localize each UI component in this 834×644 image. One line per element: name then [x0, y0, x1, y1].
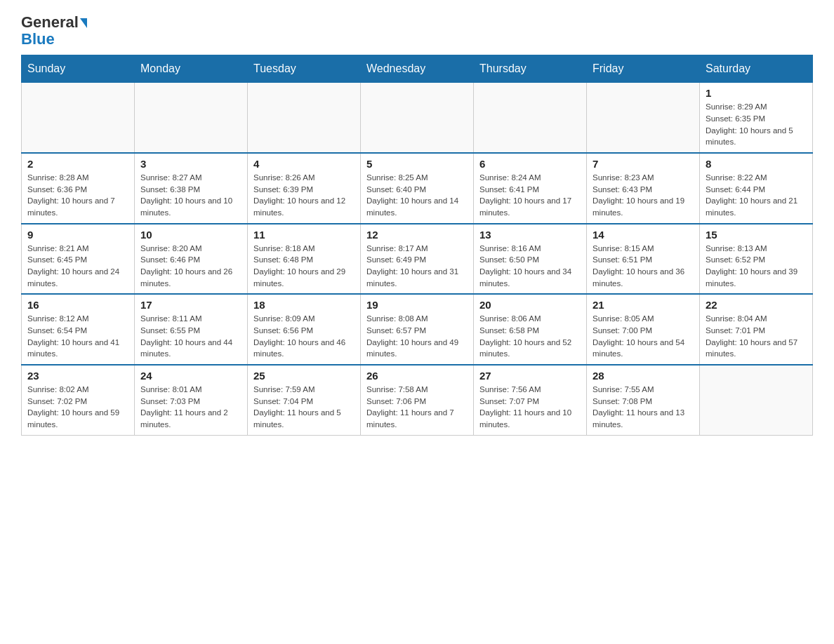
- calendar-cell: [474, 83, 587, 153]
- day-number: 7: [593, 158, 694, 170]
- day-number: 20: [479, 299, 581, 311]
- day-info: Sunrise: 7:59 AM Sunset: 7:04 PM Dayligh…: [253, 384, 355, 431]
- day-info: Sunrise: 8:12 AM Sunset: 6:54 PM Dayligh…: [27, 313, 128, 360]
- day-number: 26: [366, 370, 468, 382]
- day-number: 28: [593, 370, 694, 382]
- weekday-header-thursday: Thursday: [474, 55, 587, 83]
- calendar-cell: [22, 83, 135, 153]
- weekday-header-friday: Friday: [587, 55, 700, 83]
- day-number: 15: [706, 229, 807, 241]
- calendar-cell: 10Sunrise: 8:20 AM Sunset: 6:46 PM Dayli…: [135, 224, 248, 295]
- calendar-cell: 5Sunrise: 8:25 AM Sunset: 6:40 PM Daylig…: [361, 153, 474, 224]
- day-info: Sunrise: 7:58 AM Sunset: 7:06 PM Dayligh…: [366, 384, 468, 431]
- logo-area: GeneralBlue: [21, 14, 87, 48]
- calendar-cell: [361, 83, 474, 153]
- calendar-cell: 25Sunrise: 7:59 AM Sunset: 7:04 PM Dayli…: [248, 365, 361, 435]
- header: GeneralBlue: [21, 14, 813, 48]
- calendar-cell: 21Sunrise: 8:05 AM Sunset: 7:00 PM Dayli…: [587, 294, 700, 365]
- calendar-cell: 17Sunrise: 8:11 AM Sunset: 6:55 PM Dayli…: [135, 294, 248, 365]
- day-number: 4: [253, 158, 355, 170]
- day-info: Sunrise: 8:24 AM Sunset: 6:41 PM Dayligh…: [479, 172, 581, 219]
- weekday-header-sunday: Sunday: [22, 55, 135, 83]
- calendar-cell: 9Sunrise: 8:21 AM Sunset: 6:45 PM Daylig…: [22, 224, 135, 295]
- weekday-header-row: SundayMondayTuesdayWednesdayThursdayFrid…: [22, 55, 813, 83]
- calendar-table: SundayMondayTuesdayWednesdayThursdayFrid…: [21, 55, 813, 435]
- day-info: Sunrise: 8:23 AM Sunset: 6:43 PM Dayligh…: [593, 172, 694, 219]
- day-number: 5: [366, 158, 468, 170]
- weekday-header-wednesday: Wednesday: [361, 55, 474, 83]
- calendar-cell: 13Sunrise: 8:16 AM Sunset: 6:50 PM Dayli…: [474, 224, 587, 295]
- day-info: Sunrise: 8:18 AM Sunset: 6:48 PM Dayligh…: [253, 243, 355, 290]
- logo: GeneralBlue: [21, 14, 87, 48]
- day-number: 1: [706, 87, 807, 99]
- day-info: Sunrise: 8:22 AM Sunset: 6:44 PM Dayligh…: [706, 172, 807, 219]
- calendar-cell: 23Sunrise: 8:02 AM Sunset: 7:02 PM Dayli…: [22, 365, 135, 435]
- calendar-cell: 26Sunrise: 7:58 AM Sunset: 7:06 PM Dayli…: [361, 365, 474, 435]
- day-number: 17: [140, 299, 241, 311]
- day-info: Sunrise: 8:25 AM Sunset: 6:40 PM Dayligh…: [366, 172, 468, 219]
- day-info: Sunrise: 8:09 AM Sunset: 6:56 PM Dayligh…: [253, 313, 355, 360]
- day-info: Sunrise: 7:55 AM Sunset: 7:08 PM Dayligh…: [593, 384, 694, 431]
- weekday-header-monday: Monday: [135, 55, 248, 83]
- day-info: Sunrise: 8:02 AM Sunset: 7:02 PM Dayligh…: [27, 384, 128, 431]
- calendar-cell: 12Sunrise: 8:17 AM Sunset: 6:49 PM Dayli…: [361, 224, 474, 295]
- calendar-week-row: 1Sunrise: 8:29 AM Sunset: 6:35 PM Daylig…: [22, 83, 813, 153]
- day-info: Sunrise: 8:01 AM Sunset: 7:03 PM Dayligh…: [140, 384, 241, 431]
- calendar-cell: 8Sunrise: 8:22 AM Sunset: 6:44 PM Daylig…: [700, 153, 813, 224]
- calendar-cell: 24Sunrise: 8:01 AM Sunset: 7:03 PM Dayli…: [135, 365, 248, 435]
- calendar-week-row: 16Sunrise: 8:12 AM Sunset: 6:54 PM Dayli…: [22, 294, 813, 365]
- calendar-cell: 3Sunrise: 8:27 AM Sunset: 6:38 PM Daylig…: [135, 153, 248, 224]
- calendar-cell: 6Sunrise: 8:24 AM Sunset: 6:41 PM Daylig…: [474, 153, 587, 224]
- day-info: Sunrise: 8:05 AM Sunset: 7:00 PM Dayligh…: [593, 313, 694, 360]
- calendar-cell: [587, 83, 700, 153]
- calendar-cell: 28Sunrise: 7:55 AM Sunset: 7:08 PM Dayli…: [587, 365, 700, 435]
- day-number: 23: [27, 370, 128, 382]
- day-number: 2: [27, 158, 128, 170]
- day-info: Sunrise: 8:26 AM Sunset: 6:39 PM Dayligh…: [253, 172, 355, 219]
- day-number: 21: [593, 299, 694, 311]
- day-info: Sunrise: 8:04 AM Sunset: 7:01 PM Dayligh…: [706, 313, 807, 360]
- calendar-cell: 22Sunrise: 8:04 AM Sunset: 7:01 PM Dayli…: [700, 294, 813, 365]
- day-number: 19: [366, 299, 468, 311]
- calendar-cell: 14Sunrise: 8:15 AM Sunset: 6:51 PM Dayli…: [587, 224, 700, 295]
- day-number: 22: [706, 299, 807, 311]
- weekday-header-tuesday: Tuesday: [248, 55, 361, 83]
- calendar-cell: [248, 83, 361, 153]
- calendar-cell: 7Sunrise: 8:23 AM Sunset: 6:43 PM Daylig…: [587, 153, 700, 224]
- day-info: Sunrise: 8:20 AM Sunset: 6:46 PM Dayligh…: [140, 243, 241, 290]
- day-info: Sunrise: 8:27 AM Sunset: 6:38 PM Dayligh…: [140, 172, 241, 219]
- day-info: Sunrise: 8:16 AM Sunset: 6:50 PM Dayligh…: [479, 243, 581, 290]
- calendar-cell: 4Sunrise: 8:26 AM Sunset: 6:39 PM Daylig…: [248, 153, 361, 224]
- day-number: 14: [593, 229, 694, 241]
- calendar-cell: 2Sunrise: 8:28 AM Sunset: 6:36 PM Daylig…: [22, 153, 135, 224]
- day-number: 18: [253, 299, 355, 311]
- day-number: 25: [253, 370, 355, 382]
- calendar-cell: 1Sunrise: 8:29 AM Sunset: 6:35 PM Daylig…: [700, 83, 813, 153]
- calendar-cell: 18Sunrise: 8:09 AM Sunset: 6:56 PM Dayli…: [248, 294, 361, 365]
- day-info: Sunrise: 8:17 AM Sunset: 6:49 PM Dayligh…: [366, 243, 468, 290]
- calendar-week-row: 2Sunrise: 8:28 AM Sunset: 6:36 PM Daylig…: [22, 153, 813, 224]
- day-number: 16: [27, 299, 128, 311]
- day-number: 10: [140, 229, 241, 241]
- logo-blue-text: Blue: [21, 30, 55, 48]
- weekday-header-saturday: Saturday: [700, 55, 813, 83]
- day-info: Sunrise: 8:21 AM Sunset: 6:45 PM Dayligh…: [27, 243, 128, 290]
- day-info: Sunrise: 8:08 AM Sunset: 6:57 PM Dayligh…: [366, 313, 468, 360]
- day-number: 11: [253, 229, 355, 241]
- day-info: Sunrise: 8:06 AM Sunset: 6:58 PM Dayligh…: [479, 313, 581, 360]
- calendar-week-row: 23Sunrise: 8:02 AM Sunset: 7:02 PM Dayli…: [22, 365, 813, 435]
- day-info: Sunrise: 8:13 AM Sunset: 6:52 PM Dayligh…: [706, 243, 807, 290]
- day-number: 12: [366, 229, 468, 241]
- calendar-cell: 20Sunrise: 8:06 AM Sunset: 6:58 PM Dayli…: [474, 294, 587, 365]
- calendar-cell: 15Sunrise: 8:13 AM Sunset: 6:52 PM Dayli…: [700, 224, 813, 295]
- calendar-cell: 27Sunrise: 7:56 AM Sunset: 7:07 PM Dayli…: [474, 365, 587, 435]
- day-info: Sunrise: 7:56 AM Sunset: 7:07 PM Dayligh…: [479, 384, 581, 431]
- calendar-cell: 16Sunrise: 8:12 AM Sunset: 6:54 PM Dayli…: [22, 294, 135, 365]
- day-info: Sunrise: 8:11 AM Sunset: 6:55 PM Dayligh…: [140, 313, 241, 360]
- day-number: 13: [479, 229, 581, 241]
- day-number: 3: [140, 158, 241, 170]
- day-number: 6: [479, 158, 581, 170]
- day-number: 8: [706, 158, 807, 170]
- calendar-week-row: 9Sunrise: 8:21 AM Sunset: 6:45 PM Daylig…: [22, 224, 813, 295]
- day-info: Sunrise: 8:28 AM Sunset: 6:36 PM Dayligh…: [27, 172, 128, 219]
